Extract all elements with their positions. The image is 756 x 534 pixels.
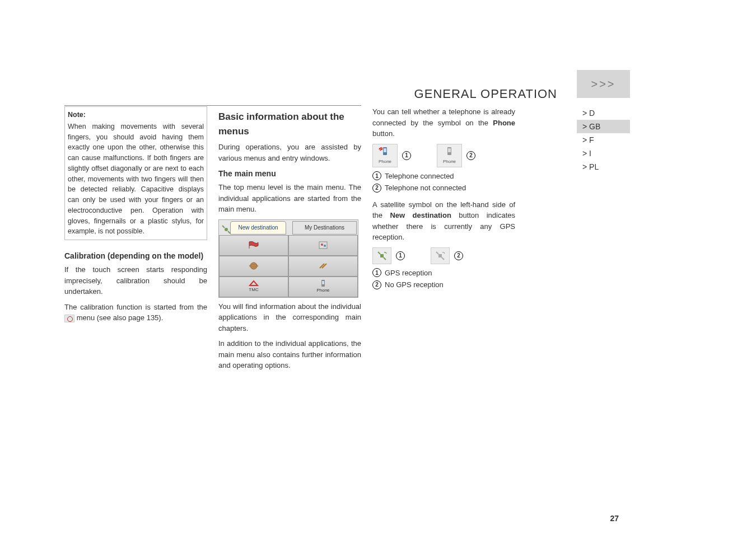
phone-disconnected-icon: [442, 146, 457, 157]
legend-phone-1: 1 Telephone connected: [372, 171, 515, 182]
svg-point-2: [321, 243, 323, 246]
calibration-p1: If the touch screen starts responding im…: [64, 264, 207, 297]
note-text: When making movements with several finge…: [68, 123, 204, 236]
tmc-icon: [249, 280, 259, 287]
gps-reception-box: [372, 247, 391, 264]
calibration-heading: Calibration (depending on the model): [64, 250, 207, 262]
circled-2-gps-legend: 2: [372, 280, 381, 289]
svg-rect-1: [319, 242, 327, 249]
legend-gps-2: 2 No GPS reception: [372, 279, 515, 291]
circled-1-gps: 1: [396, 251, 405, 260]
satellite-icon: [221, 224, 228, 232]
phone-disconnected-label: Phone: [443, 158, 456, 165]
legend-phone-2-text: Telephone not connected: [385, 182, 466, 194]
legend-phone-2: 2 Telephone not connected: [372, 182, 515, 194]
sat-intro-b: New destination: [390, 211, 451, 219]
tab-new-destination: New destination: [230, 221, 286, 235]
contacts-icon: [318, 241, 329, 250]
basic-info-heading: Basic information about the menus: [218, 110, 361, 138]
menu-cell-tools: [288, 256, 358, 277]
globe-icon: [248, 261, 259, 270]
phone-disconnected-box: Phone: [437, 144, 462, 167]
svg-rect-13: [438, 254, 442, 257]
note-box: Note: When making movements with several…: [64, 106, 207, 240]
calibration-p2: The calibration function is started from…: [64, 302, 207, 324]
phone-connected-label: Phone: [379, 158, 391, 165]
column-1: Note: When making movements with several…: [64, 106, 207, 376]
svg-rect-11: [448, 148, 451, 152]
menu-cell-phone: Phone: [288, 277, 358, 297]
circled-2-legend: 2: [372, 184, 381, 193]
menu-cell-flag: [219, 235, 288, 256]
legend-phone-1-text: Telephone connected: [385, 171, 454, 182]
phone-icon: [319, 279, 327, 287]
phone-icon-row: Phone 1 Phone 2: [372, 144, 515, 167]
no-gps-reception-icon: [435, 250, 446, 261]
phone-connected-icon: [378, 146, 393, 157]
phone-connected-box: Phone: [372, 144, 398, 167]
sat-icon-row: 1 2: [372, 247, 515, 264]
main-menu-p2: You will find information about the indi…: [218, 301, 361, 334]
svg-point-3: [324, 245, 326, 247]
main-menu-p1: The top menu level is the main menu. The…: [218, 182, 361, 215]
header-title: GENERAL OPERATION: [414, 87, 557, 101]
svg-rect-12: [380, 254, 384, 257]
circled-1: 1: [402, 151, 411, 160]
header-chevrons: >>>: [577, 70, 630, 98]
main-menu-screenshot: New destination My Destinations: [218, 219, 358, 298]
menu-cell-contacts: [288, 235, 358, 256]
settings-menu-icon: [64, 315, 74, 322]
main-menu-heading: The main menu: [218, 168, 361, 180]
phone-intro: You can tell whether a telephone is alre…: [372, 106, 515, 139]
calibration-p2b: menu (see also page 135).: [77, 313, 164, 322]
top-divider: [64, 105, 361, 106]
legend-gps-2-text: No GPS reception: [385, 279, 444, 291]
legend-gps-1: 1 GPS reception: [372, 268, 515, 279]
column-3: You can tell whether a telephone is alre…: [372, 106, 515, 376]
note-label: Note:: [68, 110, 204, 120]
tools-icon: [318, 261, 329, 270]
legend-gps-1-text: GPS reception: [385, 268, 432, 279]
svg-rect-7: [322, 281, 324, 284]
no-gps-reception-box: [431, 247, 450, 264]
menu-cell-tmc: TMC: [219, 277, 288, 297]
tmc-label: TMC: [249, 287, 258, 293]
main-menu-p3: In addition to the individual applicatio…: [218, 338, 361, 371]
circled-1-legend: 1: [372, 171, 381, 180]
svg-point-0: [225, 228, 228, 231]
gps-reception-icon: [376, 250, 388, 261]
circled-1-gps-legend: 1: [372, 268, 381, 277]
circled-2: 2: [466, 151, 475, 160]
menu-cell-planet: [219, 256, 288, 277]
circled-2-gps: 2: [454, 251, 463, 260]
column-2: Basic information about the menus During…: [218, 106, 361, 376]
svg-point-4: [250, 263, 257, 269]
phone-intro-c: button.: [372, 129, 395, 138]
svg-rect-9: [384, 148, 386, 152]
calibration-p2a: The calibration function is started from…: [64, 303, 207, 311]
phone-cell-label: Phone: [316, 287, 329, 294]
basic-info-intro: During operations, you are assisted by v…: [218, 142, 361, 163]
tab-my-destinations: My Destinations: [292, 221, 357, 235]
flag-icon: [248, 241, 259, 250]
tab-new-destination-label: New destination: [238, 223, 278, 232]
sat-intro: A satellite symbol on the left-hand side…: [372, 199, 515, 243]
phone-intro-b: Phone: [493, 119, 515, 127]
page-number: 27: [610, 514, 619, 523]
